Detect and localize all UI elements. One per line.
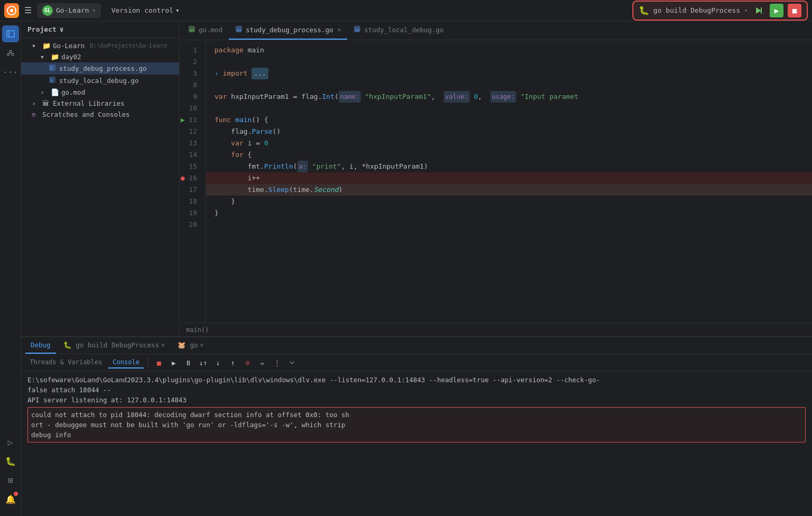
debug-tab[interactable]: Debug <box>25 337 56 354</box>
tab-gomod-icon: go <box>188 25 195 34</box>
more-tools-icon[interactable]: ··· <box>2 63 19 80</box>
threads-variables-tab[interactable]: Threads & Variables <box>25 357 106 368</box>
tree-item-gomod[interactable]: › 📄 go.mod <box>21 87 179 98</box>
error-line-3: debug info <box>31 430 802 440</box>
run-config-name-label: go build DebugProcess <box>654 6 740 14</box>
version-control-label: Version control <box>111 6 173 14</box>
icon-bar-bottom: ▷ 🐛 ⊞ 🔔 <box>2 434 19 512</box>
code-line-13: var i = 0 <box>206 137 812 149</box>
run-config-chevron-icon: ▾ <box>744 7 748 13</box>
line-num-12: 12 <box>180 126 201 137</box>
sidebar-toggle-button[interactable] <box>2 25 19 42</box>
code-line-17: time.Sleep(time.Second) <box>206 184 812 196</box>
console-tab[interactable]: Console <box>108 357 144 368</box>
tree-item-label: go.mod <box>61 88 85 96</box>
code-line-19: } <box>206 207 812 219</box>
code-line-11: func main() { <box>206 114 812 126</box>
toolbar-separator <box>148 358 148 367</box>
line-num-19: 19 <box>180 207 201 219</box>
breakpoint-icon[interactable]: ● <box>181 172 185 184</box>
tree-item-external[interactable]: › 🏛 External Libraries <box>21 98 179 109</box>
tree-item-study-local[interactable]: G study_local_debug.go <box>21 75 179 87</box>
code-line-18: } <box>206 196 812 207</box>
tab-gomod[interactable]: go go.mod <box>182 21 229 40</box>
code-editor[interactable]: 1 2 3 8 9 10 ▶ 11 12 13 14 15 <box>180 40 812 322</box>
debug-process-label: go build DebugProcess <box>76 341 159 349</box>
line-num-14: 14 <box>180 149 201 161</box>
stop-button[interactable]: ■ <box>788 4 801 17</box>
main-layout: ··· ▷ 🐛 ⊞ 🔔 Project ∨ ▾ <box>0 21 812 516</box>
step-out-button[interactable]: ↑ <box>227 356 239 369</box>
run-panel-icon[interactable]: ▷ <box>2 434 19 450</box>
edit-config-button[interactable]: ✏ <box>256 356 269 369</box>
tree-item-label: study_debug_process.go <box>59 64 147 72</box>
bookmarks-icon[interactable] <box>2 44 19 61</box>
debug-process-close-button[interactable]: ✕ <box>161 342 165 348</box>
version-control-menu[interactable]: Version control ▾ <box>111 6 180 14</box>
go-tab-close-button[interactable]: ✕ <box>200 342 203 348</box>
folder-expand-icon: ▾ <box>40 53 49 61</box>
scroll-to-bottom-button[interactable] <box>288 358 296 367</box>
tab-study-debug-label: study_debug_process.go <box>246 26 333 34</box>
tree-container: ▾ 📁 Go-Learn D:\GoProjects\Go-Learn ▾ 📁 … <box>21 38 179 336</box>
tab-close-button[interactable]: ✕ <box>338 26 341 33</box>
terminal-icon[interactable]: ⊞ <box>2 472 19 489</box>
pause-button[interactable]: ⏸ <box>182 356 195 369</box>
go-tab-label: go <box>190 341 198 349</box>
run-button[interactable]: ▶ <box>770 4 783 17</box>
code-line-9: var hxpInputParam1 = flag.Int(name: "hxp… <box>206 91 812 103</box>
go-tab[interactable]: 🐹 go ✕ <box>172 337 209 354</box>
run-arrow-icon[interactable]: ▶ <box>181 114 185 126</box>
svg-text:go: go <box>190 28 194 32</box>
file-go-icon: G <box>49 76 57 85</box>
tab-study-debug[interactable]: go study_debug_process.go ✕ <box>229 21 347 40</box>
resume-button[interactable]: ▶ <box>167 356 180 369</box>
line-num-2: 2 <box>180 56 201 68</box>
line-num-8: 8 <box>180 79 201 91</box>
hamburger-icon[interactable]: ☰ <box>24 5 32 15</box>
tab-study-local[interactable]: go study_local_debug.go <box>347 21 450 40</box>
tree-item-scratches[interactable]: ≡ Scratches and Consoles <box>21 109 179 120</box>
tree-item-golearn[interactable]: ▾ 📁 Go-Learn D:\GoProjects\Go-Learn <box>21 40 179 51</box>
app-logo <box>4 3 19 18</box>
notifications-icon[interactable]: 🔔 <box>2 491 19 508</box>
svg-point-6 <box>10 50 12 52</box>
more-actions-button[interactable]: ⋮ <box>271 356 284 369</box>
code-line-3: › import ... <box>206 68 812 79</box>
code-line-20 <box>206 219 812 231</box>
console-output[interactable]: E:\sofeware\GoLand\GoLand2023.3.4\plugin… <box>21 372 812 516</box>
folder-expand-icon: ▾ <box>32 42 40 50</box>
editor-area: go go.mod go study_debug_process.go ✕ go <box>180 21 812 336</box>
version-control-chevron-icon: ▾ <box>175 6 180 14</box>
step-over-button[interactable] <box>752 4 766 17</box>
svg-point-7 <box>7 53 10 56</box>
tree-item-day02[interactable]: ▾ 📁 day02 <box>21 51 179 62</box>
debug-toolbar: Threads & Variables Console ■ ▶ ⏸ ↓↑ ↓ ↑… <box>21 354 812 372</box>
debug-process-tab[interactable]: 🐛 go build DebugProcess ✕ <box>58 337 170 354</box>
tree-item-study-debug[interactable]: G study_debug_process.go <box>21 62 179 75</box>
stop-debug-button[interactable]: ■ <box>153 356 165 369</box>
svg-line-22 <box>292 362 294 364</box>
project-selector[interactable]: GL Go-Learn ▾ <box>37 3 101 18</box>
titlebar-left: ☰ GL Go-Learn ▾ Version control ▾ <box>4 3 180 18</box>
tab-study-local-icon: go <box>353 25 361 34</box>
svg-line-9 <box>8 52 11 53</box>
folder-icon: 📁 <box>51 53 59 61</box>
step-into-button[interactable]: ↓ <box>212 356 225 369</box>
line-num-3: 3 <box>180 68 201 79</box>
folder-collapse-icon: › <box>40 88 49 96</box>
code-line-15: fmt.Println(a: "print", i, *hxpInputPara… <box>206 161 812 172</box>
code-content: package main › import ... var hxpInputPa… <box>206 40 812 322</box>
line-num-17: 17 <box>180 184 201 196</box>
svg-rect-4 <box>7 31 14 37</box>
step-over-debug-button[interactable]: ↓↑ <box>197 356 210 369</box>
tree-item-label: day02 <box>61 53 81 61</box>
tab-gomod-label: go.mod <box>199 26 222 34</box>
stop-process-button[interactable]: ⊘ <box>241 356 254 369</box>
project-name-label: Go-Learn <box>56 6 89 14</box>
debug-process-icon: 🐛 <box>63 341 72 349</box>
sidebar-title[interactable]: Project ∨ <box>27 25 64 33</box>
breadcrumb-label: main() <box>186 326 209 334</box>
debug-panel-icon[interactable]: 🐛 <box>2 453 19 469</box>
line-num-15: 15 <box>180 161 201 172</box>
